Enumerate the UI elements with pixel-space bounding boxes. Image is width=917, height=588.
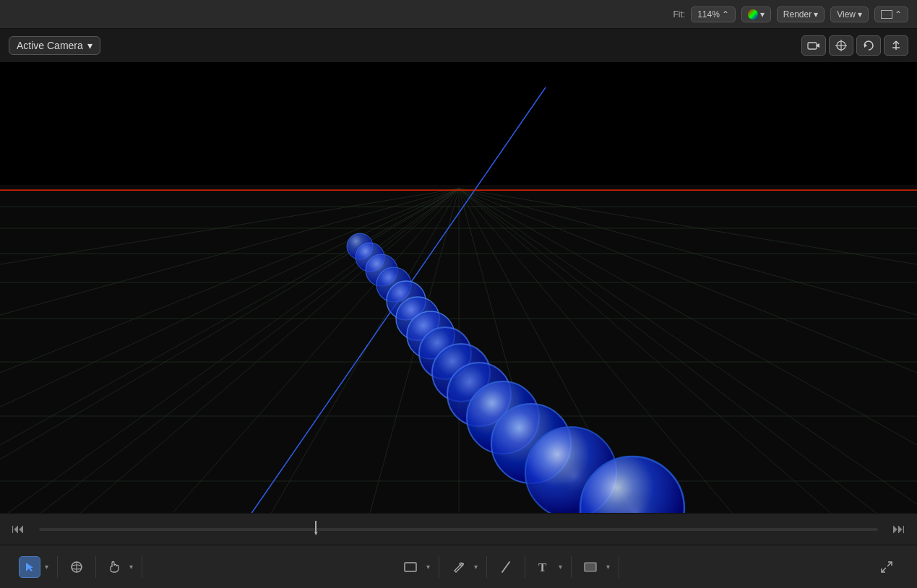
hand-tool-btn[interactable] [103, 556, 125, 578]
expand-btn[interactable] [875, 556, 898, 578]
bottom-toolbar: ▾ ▾ ▾ [0, 545, 917, 588]
shape-fill-group: ▾ [572, 556, 619, 578]
expand-group [868, 556, 905, 578]
svg-line-41 [459, 189, 917, 545]
rotate-icon [862, 39, 875, 52]
camera-chevron: ▾ [87, 40, 92, 51]
color-icon [748, 9, 758, 20]
brush-tool-group [487, 556, 525, 578]
timeline-start-btn[interactable]: ⏮ [9, 519, 27, 540]
svg-line-32 [0, 189, 459, 264]
text-icon: T [538, 561, 549, 574]
pen-tool-chevron[interactable]: ▾ [473, 561, 479, 572]
expand-icon [880, 561, 893, 574]
svg-line-84 [882, 568, 886, 572]
svg-line-43 [230, 87, 546, 545]
transform-icon [835, 39, 848, 52]
orbit-tool-group [58, 556, 96, 578]
more-icon [890, 39, 903, 52]
fit-dropdown[interactable]: 114% ⌃ [691, 7, 736, 22]
color-button[interactable]: ▾ [741, 7, 771, 22]
timeline-playhead[interactable] [311, 521, 320, 537]
rect-icon [404, 562, 417, 572]
svg-line-36 [0, 189, 459, 545]
shape-fill-icon [584, 562, 597, 572]
timeline-end-btn[interactable]: ⏭ [890, 519, 908, 540]
render-button[interactable]: Render ▾ [777, 7, 825, 22]
svg-text:T: T [538, 561, 547, 574]
viewport-container: Active Camera ▾ [0, 29, 917, 545]
svg-line-35 [0, 189, 459, 445]
rect-tool-group: ▾ [392, 556, 439, 578]
svg-line-21 [145, 189, 459, 545]
text-tool-btn[interactable]: T [533, 556, 554, 578]
pen-tool-group: ▾ [439, 556, 487, 578]
svg-line-38 [459, 189, 917, 315]
timeline-bar: ⏮ ⏭ [0, 513, 917, 545]
svg-rect-82 [585, 563, 596, 571]
hand-tool-group: ▾ [96, 556, 142, 578]
viewport-canvas[interactable] [0, 62, 917, 545]
svg-rect-78 [405, 563, 416, 571]
svg-line-37 [459, 189, 917, 264]
scene-svg [0, 62, 917, 545]
orbit-tool-btn[interactable] [65, 556, 88, 578]
select-arrow-icon [25, 561, 35, 573]
camera-label: Active Camera [17, 40, 83, 51]
hand-tool-chevron[interactable]: ▾ [128, 561, 134, 572]
layout-button[interactable]: ⌃ [874, 7, 908, 22]
svg-line-80 [502, 562, 509, 572]
camera-dropdown[interactable]: Active Camera ▾ [9, 36, 100, 55]
orbit-icon [70, 561, 83, 574]
text-tool-chevron[interactable]: ▾ [557, 561, 564, 572]
shape-fill-chevron[interactable]: ▾ [605, 561, 611, 572]
svg-rect-0 [808, 43, 817, 49]
hand-icon [108, 561, 120, 574]
select-tool-btn[interactable] [19, 556, 40, 578]
brush-tool-btn[interactable] [494, 556, 517, 578]
brush-icon [499, 561, 512, 574]
svg-line-39 [459, 189, 917, 373]
view-button[interactable]: View ▾ [830, 7, 869, 22]
svg-marker-5 [864, 43, 867, 48]
svg-marker-74 [26, 563, 33, 571]
rect-tool-btn[interactable] [399, 556, 422, 578]
svg-line-83 [887, 562, 892, 566]
viewport-controls [801, 35, 908, 56]
shape-fill-btn[interactable] [579, 556, 602, 578]
horizon-line [0, 190, 917, 191]
pen-icon [452, 561, 465, 574]
camera-icon [807, 40, 820, 51]
svg-line-20 [43, 189, 459, 545]
rotate-icon-btn[interactable] [856, 35, 881, 56]
pen-tool-btn[interactable] [447, 556, 470, 578]
select-tool-chevron[interactable]: ▾ [43, 561, 50, 572]
rect-tool-chevron[interactable]: ▾ [425, 561, 431, 572]
select-tool-group: ▾ [12, 556, 58, 578]
more-icon-btn[interactable] [884, 35, 908, 56]
text-tool-group: T ▾ [525, 556, 572, 578]
transform-icon-btn[interactable] [829, 35, 853, 56]
timeline-track[interactable] [39, 528, 878, 531]
viewport-header: Active Camera ▾ [0, 29, 917, 62]
top-bar: Fit: 114% ⌃ ▾ Render ▾ View ▾ ⌃ [0, 0, 917, 29]
camera-icon-btn[interactable] [801, 35, 826, 56]
layout-icon [881, 10, 892, 19]
fit-label: Fit: [673, 9, 685, 20]
